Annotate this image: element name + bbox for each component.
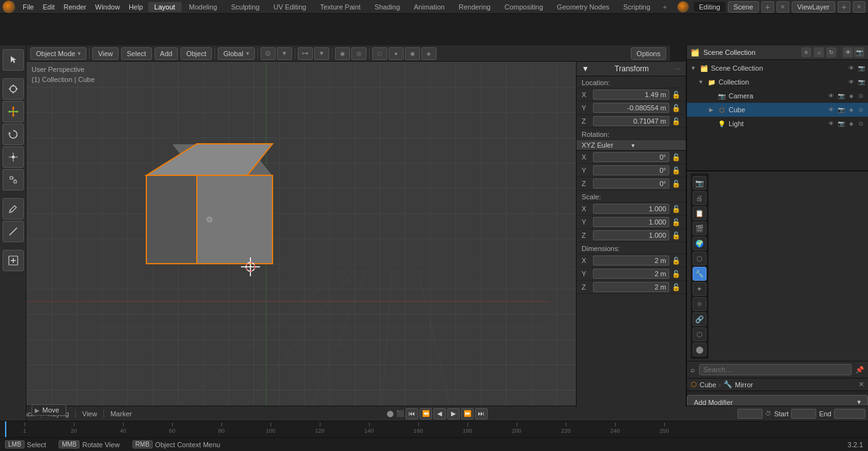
lock-scale-x-icon[interactable]: 🔓: [672, 205, 681, 213]
props-close-icon[interactable]: ✕: [859, 380, 864, 389]
menu-file[interactable]: File: [19, 2, 38, 12]
location-y-field[interactable]: -0.080554 m: [593, 103, 669, 113]
measure-tool-button[interactable]: [3, 221, 24, 242]
proportional-edit-icon[interactable]: ⊶: [298, 47, 313, 60]
menu-render[interactable]: Render: [60, 2, 90, 12]
wireframe-shading[interactable]: □: [372, 47, 387, 60]
props-particles-tab[interactable]: ✦: [693, 282, 707, 296]
cube-render-btn[interactable]: 📷: [836, 105, 845, 114]
cursor-button[interactable]: [3, 78, 24, 100]
view-menu[interactable]: View: [78, 409, 101, 418]
jump-end-btn[interactable]: ⏭: [475, 408, 488, 419]
rotation-y-field[interactable]: 0°: [593, 165, 669, 175]
object-menu-btn[interactable]: Object: [180, 47, 212, 60]
jump-start-btn[interactable]: ⏮: [406, 408, 418, 419]
end-frame-field[interactable]: 250: [834, 409, 865, 419]
scale-tool-button[interactable]: [3, 146, 24, 168]
cam-eye-btn[interactable]: 👁: [826, 91, 835, 100]
solid-shading[interactable]: ●: [389, 47, 404, 60]
props-data-tab[interactable]: ⬡: [693, 327, 707, 341]
tab-geometry-nodes[interactable]: Geometry Nodes: [551, 2, 616, 12]
props-object-tab[interactable]: ⬡: [693, 252, 707, 266]
marker-menu[interactable]: Marker: [107, 409, 136, 418]
tab-animation[interactable]: Animation: [408, 2, 451, 12]
scale-y-field[interactable]: 1.000: [593, 217, 669, 227]
tab-texture-paint[interactable]: Texture Paint: [314, 2, 367, 12]
light-eye-btn[interactable]: 👁: [826, 119, 835, 128]
menu-help[interactable]: Help: [125, 2, 147, 12]
props-render-tab[interactable]: 📷: [693, 176, 707, 190]
add-menu-btn[interactable]: Add: [155, 47, 179, 60]
move-tool-button[interactable]: [3, 101, 24, 122]
tab-modeling[interactable]: Modeling: [183, 2, 224, 12]
outliner-filter-icon[interactable]: ≡: [801, 47, 811, 57]
select-tool-button[interactable]: [3, 49, 24, 71]
menu-window[interactable]: Window: [91, 2, 124, 12]
add-scene-button[interactable]: +: [761, 1, 774, 13]
snap-dropdown-icon[interactable]: ▾: [277, 47, 292, 60]
cube-restrict-btn[interactable]: ⊙: [857, 105, 865, 114]
dim-y-field[interactable]: 2 m: [593, 269, 669, 279]
step-forward-btn[interactable]: ⏩: [461, 408, 474, 419]
lock-scale-y-icon[interactable]: 🔓: [672, 218, 681, 226]
lock-dim-x-icon[interactable]: 🔓: [672, 257, 681, 265]
view-layer-selector[interactable]: ViewLayer: [792, 1, 835, 13]
play-reverse-btn[interactable]: ◀: [433, 408, 446, 419]
snap-magnet-icon[interactable]: ⊙: [261, 47, 276, 60]
outliner-sync-icon[interactable]: ↻: [826, 47, 836, 57]
add-object-button[interactable]: [3, 250, 24, 271]
props-world-tab[interactable]: 🌍: [693, 237, 707, 250]
outliner-col-eye[interactable]: 👁: [843, 47, 853, 57]
rotate-tool-button[interactable]: [3, 124, 24, 145]
move-label-widget[interactable]: ▶ Move: [32, 404, 66, 416]
tab-shading[interactable]: Shading: [368, 2, 406, 12]
lock-rot-z-icon[interactable]: 🔓: [672, 180, 681, 188]
outliner-search-icon[interactable]: ⌕: [814, 47, 824, 57]
current-frame-field[interactable]: 1: [737, 409, 763, 419]
props-modifiers-tab[interactable]: 🔧: [693, 267, 707, 281]
sc-render-btn[interactable]: 📷: [857, 64, 865, 73]
lock-dim-y-icon[interactable]: 🔓: [672, 270, 681, 278]
dim-z-field[interactable]: 2 m: [593, 282, 669, 292]
tab-scripting[interactable]: Scripting: [617, 2, 657, 12]
outliner-light[interactable]: ▶ 💡 Light 👁 📷 ◈ ⊙: [687, 117, 868, 131]
outliner-col-render[interactable]: 📷: [854, 47, 864, 57]
menu-edit[interactable]: Edit: [39, 2, 59, 12]
col-eye-btn[interactable]: 👁: [847, 78, 855, 86]
tab-uv-editing[interactable]: UV Editing: [267, 2, 312, 12]
lock-y-icon[interactable]: 🔓: [672, 104, 681, 112]
rendered-shading[interactable]: ◈: [421, 47, 437, 60]
show-overlay-icon[interactable]: ◉: [335, 47, 350, 60]
outliner-cube[interactable]: ▶ ⬡ Cube 👁 📷 ◈ ⊙: [687, 103, 868, 117]
step-back-btn[interactable]: ⏪: [419, 408, 432, 419]
object-mode-button[interactable]: Object Mode ▾: [30, 47, 86, 60]
scale-x-field[interactable]: 1.000: [593, 204, 669, 214]
transform-button[interactable]: Global ▾: [218, 47, 255, 60]
props-physics-tab[interactable]: ⚛: [693, 297, 707, 311]
cube-extra-btn[interactable]: ◈: [847, 105, 855, 114]
timeline-ruler[interactable]: 1 20 40 60 80 100: [0, 421, 868, 437]
cube-eye-btn[interactable]: 👁: [826, 105, 835, 114]
location-z-field[interactable]: 0.71047 m: [593, 116, 669, 126]
add-view-layer-button[interactable]: +: [838, 1, 850, 13]
keyframe-square-btn[interactable]: ⬛: [396, 409, 404, 418]
props-view-layer-tab[interactable]: 📋: [693, 206, 707, 220]
material-shading[interactable]: ◉: [405, 47, 420, 60]
scale-z-field[interactable]: 1.000: [593, 230, 669, 240]
props-material-tab[interactable]: ⬤: [693, 343, 707, 356]
cam-restrict-btn[interactable]: ⊙: [857, 91, 865, 100]
lock-rot-x-icon[interactable]: 🔓: [672, 153, 681, 161]
cam-render-btn[interactable]: 📷: [836, 91, 845, 100]
tab-rendering[interactable]: Rendering: [452, 2, 497, 12]
scene-selector[interactable]: Scene: [728, 1, 759, 13]
lock-z-icon[interactable]: 🔓: [672, 117, 681, 126]
rotation-x-field[interactable]: 0°: [593, 152, 669, 162]
col-render-btn[interactable]: 📷: [857, 78, 865, 86]
proportional-type-icon[interactable]: ▾: [314, 47, 329, 60]
transform-tool-button[interactable]: [3, 169, 24, 190]
rotation-mode-dropdown[interactable]: XYZ Euler ▾: [577, 140, 686, 151]
location-x-field[interactable]: 1.49 m: [593, 90, 669, 100]
props-search-input[interactable]: [699, 364, 852, 375]
xray-icon[interactable]: ◎: [351, 47, 367, 60]
options-button[interactable]: Options: [631, 47, 666, 60]
